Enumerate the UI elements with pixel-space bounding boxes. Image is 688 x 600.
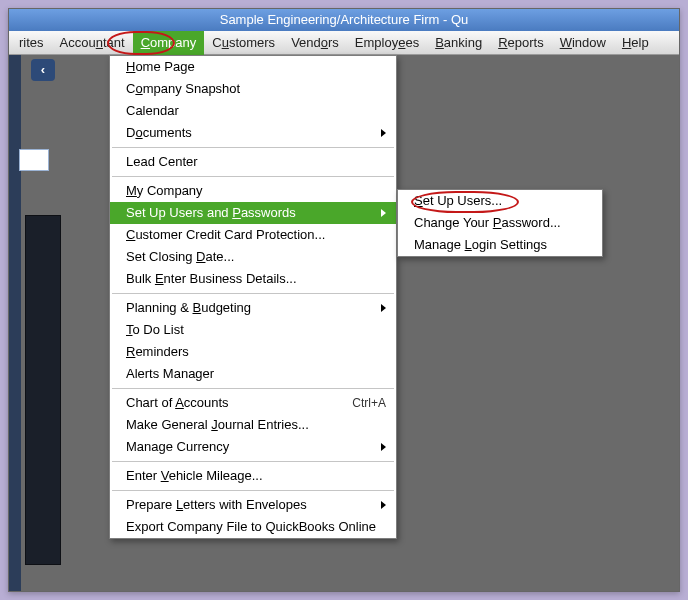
menu-item-label: Customer Credit Card Protection... bbox=[126, 227, 386, 243]
menu-item-label: Set Closing Date... bbox=[126, 249, 386, 265]
menu-item[interactable]: Chart of AccountsCtrl+A bbox=[110, 392, 396, 414]
menu-item-label: Export Company File to QuickBooks Online bbox=[126, 519, 386, 535]
chevron-right-icon bbox=[381, 443, 386, 451]
menu-item-label: Lead Center bbox=[126, 154, 386, 170]
menu-separator bbox=[112, 388, 394, 389]
menu-item-label: Calendar bbox=[126, 103, 386, 119]
title-bar: Sample Engineering/Architecture Firm - Q… bbox=[9, 9, 679, 31]
menu-separator bbox=[112, 461, 394, 462]
menubar-item[interactable]: Banking bbox=[427, 31, 490, 55]
menu-item[interactable]: Make General Journal Entries... bbox=[110, 414, 396, 436]
menu-item-label: Reminders bbox=[126, 344, 386, 360]
submenu-item-label: Change Your Password... bbox=[414, 215, 592, 231]
menu-item[interactable]: Set Up Users and Passwords bbox=[110, 202, 396, 224]
menu-item-label: Documents bbox=[126, 125, 375, 141]
menu-item[interactable]: Customer Credit Card Protection... bbox=[110, 224, 396, 246]
menu-item-label: Make General Journal Entries... bbox=[126, 417, 386, 433]
left-strip bbox=[9, 55, 21, 591]
submenu-item-label: Manage Login Settings bbox=[414, 237, 592, 253]
back-button[interactable]: ‹ bbox=[31, 59, 55, 81]
submenu-item-label: Set Up Users... bbox=[414, 193, 592, 209]
menu-item-label: Prepare Letters with Envelopes bbox=[126, 497, 375, 513]
menu-item-label: Bulk Enter Business Details... bbox=[126, 271, 386, 287]
menu-separator bbox=[112, 176, 394, 177]
decorative-card bbox=[19, 149, 49, 171]
menu-item[interactable]: Enter Vehicle Mileage... bbox=[110, 465, 396, 487]
menu-item[interactable]: Set Closing Date... bbox=[110, 246, 396, 268]
menu-item-label: Manage Currency bbox=[126, 439, 375, 455]
chevron-right-icon bbox=[381, 501, 386, 509]
menu-separator bbox=[112, 147, 394, 148]
menu-item-label: Chart of Accounts bbox=[126, 395, 342, 411]
menu-item-label: My Company bbox=[126, 183, 386, 199]
app-window: Sample Engineering/Architecture Firm - Q… bbox=[8, 8, 680, 592]
menu-item-label: Home Page bbox=[126, 59, 386, 75]
menu-item[interactable]: Prepare Letters with Envelopes bbox=[110, 494, 396, 516]
menubar-item[interactable]: Accountant bbox=[52, 31, 133, 55]
chevron-right-icon bbox=[381, 209, 386, 217]
menubar-item[interactable]: Vendors bbox=[283, 31, 347, 55]
menubar-item[interactable]: Window bbox=[552, 31, 614, 55]
menu-item[interactable]: Alerts Manager bbox=[110, 363, 396, 385]
menubar-item[interactable]: Customers bbox=[204, 31, 283, 55]
menubar-item[interactable]: Company bbox=[133, 31, 205, 55]
menu-item[interactable]: Home Page bbox=[110, 56, 396, 78]
menu-item-label: Company Snapshot bbox=[126, 81, 386, 97]
company-menu-dropdown[interactable]: Home PageCompany SnapshotCalendarDocumen… bbox=[109, 55, 397, 539]
submenu-item[interactable]: Manage Login Settings bbox=[398, 234, 602, 256]
menubar-item[interactable]: Help bbox=[614, 31, 657, 55]
menu-item[interactable]: Documents bbox=[110, 122, 396, 144]
users-passwords-submenu[interactable]: Set Up Users...Change Your Password...Ma… bbox=[397, 189, 603, 257]
menu-item-label: Set Up Users and Passwords bbox=[126, 205, 375, 221]
menu-item[interactable]: My Company bbox=[110, 180, 396, 202]
menu-shortcut: Ctrl+A bbox=[342, 395, 386, 411]
menu-item[interactable]: Reminders bbox=[110, 341, 396, 363]
menubar-item[interactable]: rites bbox=[11, 31, 52, 55]
menubar-item[interactable]: Employees bbox=[347, 31, 427, 55]
menu-item[interactable]: Planning & Budgeting bbox=[110, 297, 396, 319]
menu-item[interactable]: To Do List bbox=[110, 319, 396, 341]
menu-item-label: Alerts Manager bbox=[126, 366, 386, 382]
menu-item[interactable]: Lead Center bbox=[110, 151, 396, 173]
menu-separator bbox=[112, 293, 394, 294]
menu-item[interactable]: Calendar bbox=[110, 100, 396, 122]
menu-item-label: Enter Vehicle Mileage... bbox=[126, 468, 386, 484]
menu-item[interactable]: Company Snapshot bbox=[110, 78, 396, 100]
menu-item[interactable]: Manage Currency bbox=[110, 436, 396, 458]
window-title: Sample Engineering/Architecture Firm - Q… bbox=[220, 12, 469, 27]
chevron-right-icon bbox=[381, 129, 386, 137]
submenu-item[interactable]: Change Your Password... bbox=[398, 212, 602, 234]
menubar-item[interactable]: Reports bbox=[490, 31, 552, 55]
submenu-item[interactable]: Set Up Users... bbox=[398, 190, 602, 212]
menu-item-label: Planning & Budgeting bbox=[126, 300, 375, 316]
side-panel bbox=[25, 215, 61, 565]
chevron-right-icon bbox=[381, 304, 386, 312]
menu-separator bbox=[112, 490, 394, 491]
menu-item[interactable]: Export Company File to QuickBooks Online bbox=[110, 516, 396, 538]
menu-bar[interactable]: ritesAccountantCompanyCustomersVendorsEm… bbox=[9, 31, 679, 55]
menu-item-label: To Do List bbox=[126, 322, 386, 338]
menu-item[interactable]: Bulk Enter Business Details... bbox=[110, 268, 396, 290]
